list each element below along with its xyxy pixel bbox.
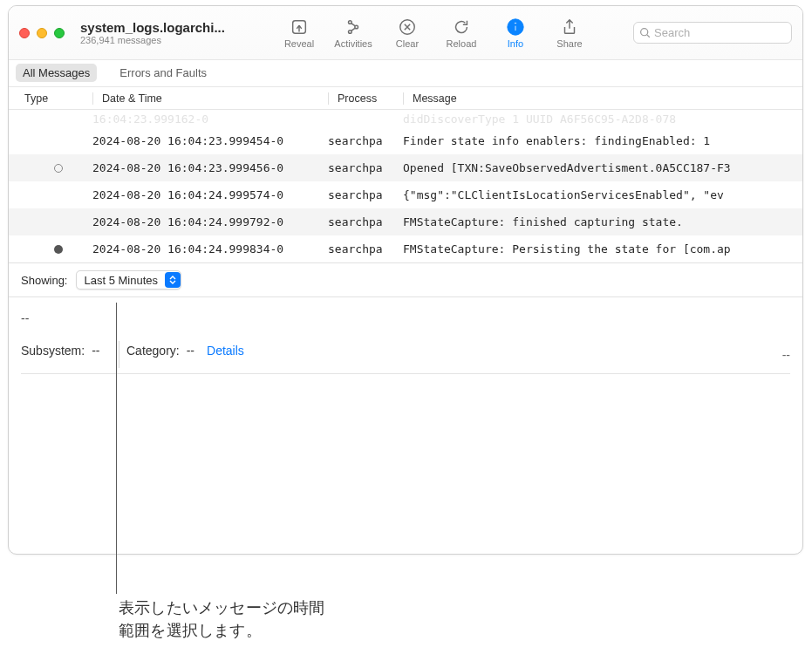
callout-text: 表示したいメッセージの時間 範囲を選択します。	[119, 596, 325, 642]
reload-button[interactable]: Reload	[434, 10, 488, 57]
row-date-cell: 2024-08-20 16:04:23.999456-0	[92, 161, 328, 174]
scope-bar: All Messages Errors and Faults	[9, 60, 802, 87]
info-label: Info	[508, 38, 523, 49]
row-process-cell: searchpa	[328, 134, 403, 147]
column-header-message[interactable]: Message	[403, 92, 802, 105]
category-label: Category:	[126, 344, 180, 358]
row-process-cell: searchpa	[328, 242, 403, 256]
time-range-popup[interactable]: Last 5 Minutes	[76, 270, 181, 290]
search-icon	[639, 27, 651, 38]
message-count: 236,941 messages	[80, 35, 263, 45]
scope-errors-faults[interactable]: Errors and Faults	[113, 64, 214, 82]
clear-icon	[398, 17, 417, 37]
table-row[interactable]: 2024-08-20 16:04:23.999456-0 searchpa Op…	[9, 154, 802, 181]
showing-label: Showing:	[21, 274, 67, 287]
details-link[interactable]: Details	[207, 344, 244, 358]
svg-rect-6	[515, 25, 516, 31]
reveal-label: Reveal	[284, 38, 314, 49]
type-dot-hollow-icon	[54, 164, 63, 173]
window-title: system_logs.logarchi...	[80, 20, 263, 35]
detail-meta-row: Subsystem: -- Category: -- Details --	[21, 341, 790, 368]
reveal-icon	[290, 17, 309, 37]
activities-button[interactable]: Activities	[326, 10, 380, 57]
share-label: Share	[556, 38, 582, 49]
close-window-button[interactable]	[19, 28, 30, 38]
activities-icon	[344, 17, 363, 37]
console-window: system_logs.logarchi... 236,941 messages…	[8, 5, 803, 555]
callout-line2: 範囲を選択します。	[119, 619, 325, 642]
table-row[interactable]: 2024-08-20 16:04:24.999834-0 searchpa FM…	[9, 235, 802, 262]
row-process-cell: searchpa	[328, 188, 403, 201]
subsystem-value: --	[92, 344, 99, 358]
title-block: system_logs.logarchi... 236,941 messages	[80, 20, 263, 45]
popup-arrows-icon	[165, 272, 181, 288]
info-icon	[506, 17, 525, 37]
toolbar-buttons: Reveal Activities Clear R	[272, 10, 597, 57]
scope-all-messages[interactable]: All Messages	[16, 64, 97, 82]
reload-icon	[452, 17, 471, 37]
row-type-cell	[24, 245, 92, 254]
detail-pane: -- Subsystem: -- Category: -- Details --	[9, 297, 802, 554]
table-row[interactable]: 2024-08-20 16:04:23.999454-0 searchpa Fi…	[9, 127, 802, 154]
detail-right-dash: --	[782, 348, 790, 362]
row-process-cell: searchpa	[328, 161, 403, 174]
row-message-cell: FMStateCapture: finished capturing state…	[403, 215, 802, 228]
svg-point-8	[641, 29, 648, 36]
column-header-process[interactable]: Process	[328, 92, 403, 105]
reveal-button[interactable]: Reveal	[272, 10, 326, 57]
svg-point-7	[515, 22, 516, 24]
callout-line	[116, 303, 117, 594]
table-header: Type Date & Time Process Message	[9, 87, 802, 110]
category-value: --	[187, 344, 194, 358]
clear-button[interactable]: Clear	[380, 10, 434, 57]
share-button[interactable]: Share	[542, 10, 597, 57]
row-type-cell	[24, 164, 92, 173]
minimize-window-button[interactable]	[37, 28, 47, 38]
info-button[interactable]: Info	[488, 10, 542, 57]
row-message-cell: Finder state info enablers: findingEnabl…	[403, 134, 802, 147]
type-dot-solid-icon	[54, 245, 63, 254]
row-date-cell: 2024-08-20 16:04:24.999834-0	[92, 242, 328, 256]
toolbar: system_logs.logarchi... 236,941 messages…	[9, 6, 802, 60]
window-controls	[19, 28, 65, 38]
detail-separator	[21, 373, 790, 374]
row-message-cell: FMStateCapture: Persisting the state for…	[403, 242, 802, 256]
row-process-cell: searchpa	[328, 215, 403, 228]
showing-bar: Showing: Last 5 Minutes	[9, 262, 802, 297]
row-date-cell: 2024-08-20 16:04:24.999574-0	[92, 188, 328, 201]
row-date-cell: 2024-08-20 16:04:24.999792-0	[92, 215, 328, 228]
row-message-cell: {"msg":"CLClientIsLocationServicesEnable…	[403, 188, 802, 201]
search-field[interactable]	[633, 22, 792, 44]
reload-label: Reload	[447, 38, 477, 49]
log-table-body: 16:04:23.999162-0 didDiscoverType 1 UUID…	[9, 110, 802, 262]
column-header-date[interactable]: Date & Time	[92, 92, 328, 105]
column-header-type[interactable]: Type	[24, 92, 92, 105]
row-message-cell: Opened [TXN:SaveObservedAdvertisment.0A5…	[403, 161, 802, 174]
callout-line1: 表示したいメッセージの時間	[119, 596, 325, 619]
time-range-value: Last 5 Minutes	[84, 274, 158, 287]
zoom-window-button[interactable]	[54, 28, 65, 38]
activities-label: Activities	[334, 38, 372, 49]
table-row[interactable]: 2024-08-20 16:04:24.999792-0 searchpa FM…	[9, 208, 802, 235]
clear-label: Clear	[396, 38, 419, 49]
subsystem-label: Subsystem:	[21, 344, 85, 358]
detail-top-dash: --	[21, 311, 790, 325]
share-icon	[560, 17, 579, 37]
row-date-cell: 2024-08-20 16:04:23.999454-0	[92, 134, 328, 147]
table-row[interactable]: 2024-08-20 16:04:24.999574-0 searchpa {"…	[9, 181, 802, 208]
search-input[interactable]	[654, 26, 786, 39]
